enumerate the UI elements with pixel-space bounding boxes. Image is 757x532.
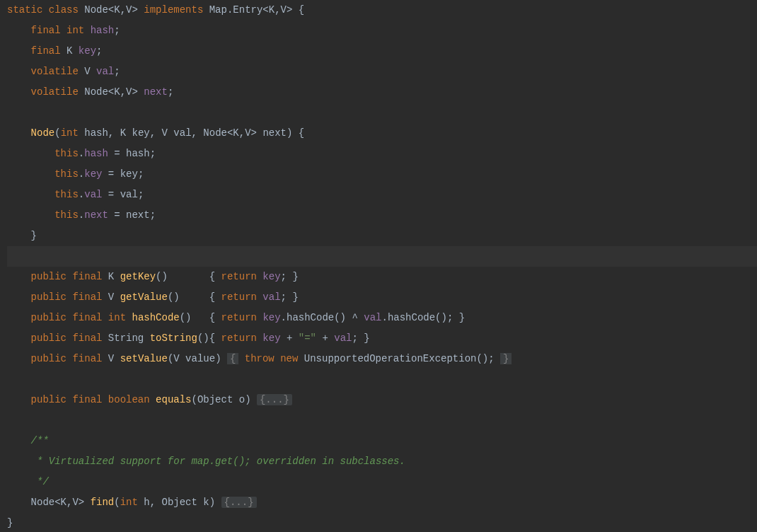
code-line: this.key = key; xyxy=(7,164,757,185)
code-line: public final K getKey() { return key; } xyxy=(7,267,757,287)
code-line: final int hash; xyxy=(7,21,757,41)
code-line: public final V getValue() { return val; … xyxy=(7,287,757,308)
code-line: this.next = next; xyxy=(7,205,757,226)
code-line: this.hash = hash; xyxy=(7,144,757,164)
code-line xyxy=(7,103,757,123)
code-line: Node<K,V> find(int h, Object k) {...} xyxy=(7,492,757,513)
code-line: */ xyxy=(7,472,757,492)
fold-marker[interactable]: {...} xyxy=(221,497,257,508)
code-line: * Virtualized support for map.get(); ove… xyxy=(7,451,757,472)
highlighted-line xyxy=(7,246,757,267)
code-line: Node(int hash, K key, V val, Node<K,V> n… xyxy=(7,123,757,144)
code-line: public final boolean equals(Object o) {.… xyxy=(7,390,757,410)
fold-marker[interactable]: } xyxy=(500,353,512,364)
code-line: public final String toString(){ return k… xyxy=(7,328,757,349)
code-line: static class Node<K,V> implements Map.En… xyxy=(7,0,757,21)
code-line: public final V setValue(V value) { throw… xyxy=(7,349,757,369)
code-line: } xyxy=(7,226,757,246)
code-line: volatile Node<K,V> next; xyxy=(7,82,757,103)
code-line xyxy=(7,410,757,431)
code-line: final K key; xyxy=(7,41,757,62)
fold-marker[interactable]: {...} xyxy=(257,394,292,405)
code-editor[interactable]: static class Node<K,V> implements Map.En… xyxy=(0,0,757,532)
code-line: volatile V val; xyxy=(7,62,757,82)
code-line: this.val = val; xyxy=(7,185,757,205)
code-line: /** xyxy=(7,431,757,451)
code-line: public final int hashCode() { return key… xyxy=(7,308,757,328)
fold-marker[interactable]: { xyxy=(227,353,238,364)
code-line xyxy=(7,369,757,390)
code-line: } xyxy=(7,513,757,532)
